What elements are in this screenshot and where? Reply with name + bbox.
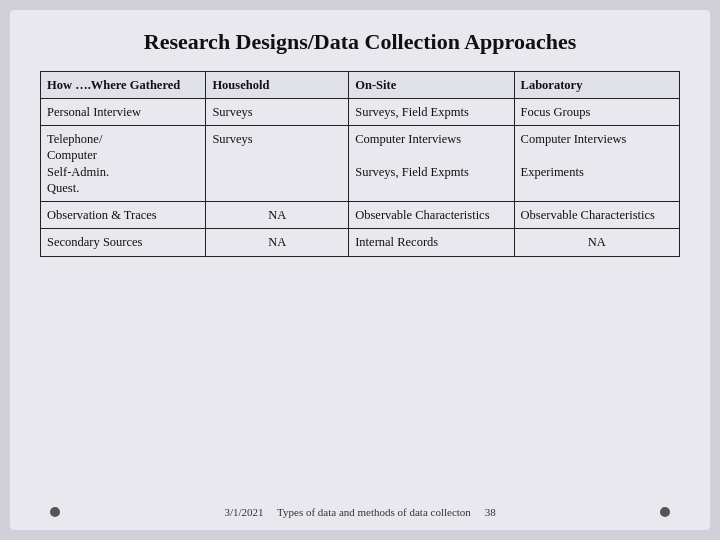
data-table: How ….Where Gathered Household On-Site L… [40, 71, 680, 257]
header-cell-1: Household [206, 71, 349, 98]
row-1-col-3: Focus Groups [514, 98, 679, 125]
row-4-col-0: Secondary Sources [41, 229, 206, 256]
table-header-row: How ….Where Gathered Household On-Site L… [41, 71, 680, 98]
header-cell-0: How ….Where Gathered [41, 71, 206, 98]
row-2-col-2: Computer InterviewsSurveys, Field Expmts [349, 126, 514, 202]
footer-bullet-left [50, 507, 60, 517]
table-row: Personal Interview Surveys Surveys, Fiel… [41, 98, 680, 125]
slide-footer: 3/1/2021 Types of data and methods of da… [40, 506, 680, 518]
row-2-col-1: Surveys [206, 126, 349, 202]
table-row: Secondary Sources NA Internal Records NA [41, 229, 680, 256]
table-row: Telephone/ComputerSelf-Admin.Quest. Surv… [41, 126, 680, 202]
table-row: Observation & Traces NA Observable Chara… [41, 202, 680, 229]
row-1-col-1: Surveys [206, 98, 349, 125]
header-cell-3: Laboratory [514, 71, 679, 98]
footer-center: 3/1/2021 Types of data and methods of da… [60, 506, 660, 518]
slide-title: Research Designs/Data Collection Approac… [144, 28, 576, 57]
header-cell-2: On-Site [349, 71, 514, 98]
row-3-col-3: Observable Characteristics [514, 202, 679, 229]
row-2-col-0: Telephone/ComputerSelf-Admin.Quest. [41, 126, 206, 202]
row-2-col-3: Computer InterviewsExperiments [514, 126, 679, 202]
row-4-col-2: Internal Records [349, 229, 514, 256]
footer-date: 3/1/2021 [224, 506, 263, 518]
row-1-col-2: Surveys, Field Expmts [349, 98, 514, 125]
footer-bullet-right [660, 507, 670, 517]
row-3-col-1: NA [206, 202, 349, 229]
footer-page: 38 [485, 506, 496, 518]
footer-description: Types of data and methods of data collec… [277, 506, 471, 518]
row-3-col-0: Observation & Traces [41, 202, 206, 229]
row-3-col-2: Observable Characteristics [349, 202, 514, 229]
row-4-col-1: NA [206, 229, 349, 256]
row-1-col-0: Personal Interview [41, 98, 206, 125]
row-4-col-3: NA [514, 229, 679, 256]
table-wrapper: How ….Where Gathered Household On-Site L… [40, 71, 680, 498]
slide: Research Designs/Data Collection Approac… [10, 10, 710, 530]
